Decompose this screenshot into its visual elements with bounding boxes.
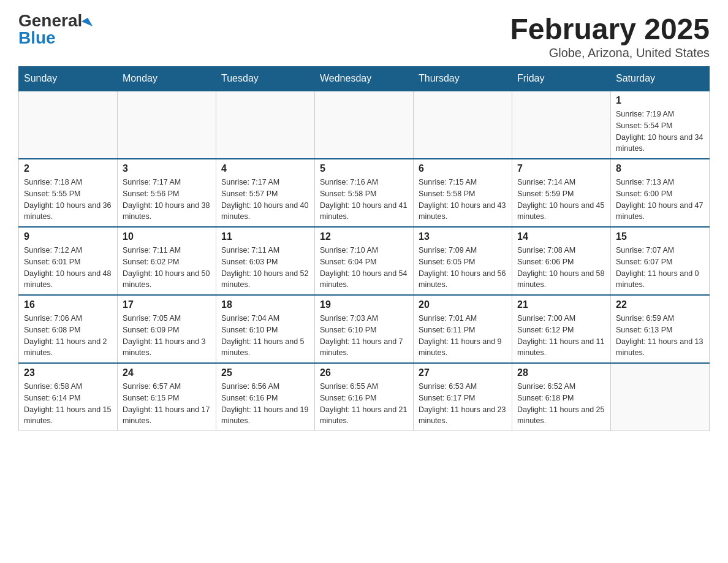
col-wednesday: Wednesday	[315, 67, 414, 91]
day-info: Sunrise: 7:06 AMSunset: 6:08 PMDaylight:…	[24, 313, 112, 359]
day-number: 7	[517, 163, 605, 174]
day-info: Sunrise: 6:53 AMSunset: 6:17 PMDaylight:…	[419, 381, 507, 427]
table-row: 24Sunrise: 6:57 AMSunset: 6:15 PMDayligh…	[118, 363, 216, 431]
calendar-week-row: 23Sunrise: 6:58 AMSunset: 6:14 PMDayligh…	[19, 363, 710, 431]
logo: General Blue	[18, 12, 91, 47]
day-number: 13	[419, 231, 507, 242]
day-number: 15	[616, 231, 704, 242]
day-info: Sunrise: 7:16 AMSunset: 5:58 PMDaylight:…	[320, 177, 408, 223]
table-row	[315, 91, 414, 159]
day-info: Sunrise: 7:10 AMSunset: 6:04 PMDaylight:…	[320, 245, 408, 291]
day-info: Sunrise: 7:12 AMSunset: 6:01 PMDaylight:…	[24, 245, 112, 291]
table-row	[216, 91, 315, 159]
day-number: 5	[320, 163, 408, 174]
title-block: February 2025 Globe, Arizona, United Sta…	[510, 12, 710, 60]
page-subtitle: Globe, Arizona, United States	[510, 46, 710, 60]
day-info: Sunrise: 7:04 AMSunset: 6:10 PMDaylight:…	[221, 313, 309, 359]
day-number: 19	[320, 299, 408, 310]
day-info: Sunrise: 7:15 AMSunset: 5:58 PMDaylight:…	[419, 177, 507, 223]
day-info: Sunrise: 7:07 AMSunset: 6:07 PMDaylight:…	[616, 245, 704, 291]
table-row	[414, 91, 512, 159]
day-number: 1	[616, 95, 704, 106]
col-tuesday: Tuesday	[216, 67, 315, 91]
table-row: 18Sunrise: 7:04 AMSunset: 6:10 PMDayligh…	[216, 295, 315, 363]
logo-top-line: General	[18, 12, 91, 29]
logo-arrow-icon	[82, 18, 93, 30]
calendar-table: Sunday Monday Tuesday Wednesday Thursday…	[18, 66, 710, 431]
day-number: 10	[123, 231, 211, 242]
page-header: General Blue February 2025 Globe, Arizon…	[18, 12, 710, 60]
day-info: Sunrise: 6:58 AMSunset: 6:14 PMDaylight:…	[24, 381, 112, 427]
day-number: 23	[24, 367, 112, 378]
table-row: 9Sunrise: 7:12 AMSunset: 6:01 PMDaylight…	[19, 227, 118, 295]
day-number: 22	[616, 299, 704, 310]
table-row: 4Sunrise: 7:17 AMSunset: 5:57 PMDaylight…	[216, 159, 315, 227]
day-info: Sunrise: 7:19 AMSunset: 5:54 PMDaylight:…	[616, 109, 704, 155]
logo-general-text: General	[18, 11, 82, 30]
day-number: 21	[517, 299, 605, 310]
table-row: 6Sunrise: 7:15 AMSunset: 5:58 PMDaylight…	[414, 159, 512, 227]
calendar-week-row: 1Sunrise: 7:19 AMSunset: 5:54 PMDaylight…	[19, 91, 710, 159]
day-number: 17	[123, 299, 211, 310]
day-number: 2	[24, 163, 112, 174]
day-info: Sunrise: 7:14 AMSunset: 5:59 PMDaylight:…	[517, 177, 605, 223]
table-row: 12Sunrise: 7:10 AMSunset: 6:04 PMDayligh…	[315, 227, 414, 295]
day-info: Sunrise: 7:17 AMSunset: 5:57 PMDaylight:…	[221, 177, 309, 223]
day-number: 16	[24, 299, 112, 310]
day-number: 26	[320, 367, 408, 378]
day-info: Sunrise: 6:56 AMSunset: 6:16 PMDaylight:…	[221, 381, 309, 427]
table-row: 26Sunrise: 6:55 AMSunset: 6:16 PMDayligh…	[315, 363, 414, 431]
calendar-week-row: 16Sunrise: 7:06 AMSunset: 6:08 PMDayligh…	[19, 295, 710, 363]
page-title: February 2025	[510, 12, 710, 46]
day-info: Sunrise: 6:57 AMSunset: 6:15 PMDaylight:…	[123, 381, 211, 427]
day-info: Sunrise: 7:01 AMSunset: 6:11 PMDaylight:…	[419, 313, 507, 359]
col-thursday: Thursday	[414, 67, 512, 91]
day-number: 28	[517, 367, 605, 378]
day-info: Sunrise: 6:52 AMSunset: 6:18 PMDaylight:…	[517, 381, 605, 427]
day-number: 25	[221, 367, 309, 378]
day-info: Sunrise: 6:55 AMSunset: 6:16 PMDaylight:…	[320, 381, 408, 427]
col-friday: Friday	[512, 67, 611, 91]
table-row	[512, 91, 611, 159]
day-number: 27	[419, 367, 507, 378]
table-row: 17Sunrise: 7:05 AMSunset: 6:09 PMDayligh…	[118, 295, 216, 363]
day-info: Sunrise: 7:18 AMSunset: 5:55 PMDaylight:…	[24, 177, 112, 223]
day-info: Sunrise: 7:11 AMSunset: 6:02 PMDaylight:…	[123, 245, 211, 291]
table-row: 15Sunrise: 7:07 AMSunset: 6:07 PMDayligh…	[611, 227, 710, 295]
day-number: 14	[517, 231, 605, 242]
table-row	[19, 91, 118, 159]
table-row	[118, 91, 216, 159]
table-row: 5Sunrise: 7:16 AMSunset: 5:58 PMDaylight…	[315, 159, 414, 227]
table-row: 13Sunrise: 7:09 AMSunset: 6:05 PMDayligh…	[414, 227, 512, 295]
table-row: 1Sunrise: 7:19 AMSunset: 5:54 PMDaylight…	[611, 91, 710, 159]
table-row: 19Sunrise: 7:03 AMSunset: 6:10 PMDayligh…	[315, 295, 414, 363]
table-row: 25Sunrise: 6:56 AMSunset: 6:16 PMDayligh…	[216, 363, 315, 431]
table-row: 22Sunrise: 6:59 AMSunset: 6:13 PMDayligh…	[611, 295, 710, 363]
day-info: Sunrise: 7:17 AMSunset: 5:56 PMDaylight:…	[123, 177, 211, 223]
day-number: 12	[320, 231, 408, 242]
table-row: 23Sunrise: 6:58 AMSunset: 6:14 PMDayligh…	[19, 363, 118, 431]
day-info: Sunrise: 7:08 AMSunset: 6:06 PMDaylight:…	[517, 245, 605, 291]
table-row: 27Sunrise: 6:53 AMSunset: 6:17 PMDayligh…	[414, 363, 512, 431]
table-row: 3Sunrise: 7:17 AMSunset: 5:56 PMDaylight…	[118, 159, 216, 227]
day-info: Sunrise: 7:13 AMSunset: 6:00 PMDaylight:…	[616, 177, 704, 223]
day-info: Sunrise: 7:03 AMSunset: 6:10 PMDaylight:…	[320, 313, 408, 359]
col-saturday: Saturday	[611, 67, 710, 91]
day-number: 3	[123, 163, 211, 174]
logo-blue-text: Blue	[18, 28, 56, 47]
table-row: 16Sunrise: 7:06 AMSunset: 6:08 PMDayligh…	[19, 295, 118, 363]
day-number: 20	[419, 299, 507, 310]
day-info: Sunrise: 7:09 AMSunset: 6:05 PMDaylight:…	[419, 245, 507, 291]
table-row: 7Sunrise: 7:14 AMSunset: 5:59 PMDaylight…	[512, 159, 611, 227]
table-row: 21Sunrise: 7:00 AMSunset: 6:12 PMDayligh…	[512, 295, 611, 363]
day-number: 4	[221, 163, 309, 174]
col-monday: Monday	[118, 67, 216, 91]
day-number: 9	[24, 231, 112, 242]
table-row: 20Sunrise: 7:01 AMSunset: 6:11 PMDayligh…	[414, 295, 512, 363]
table-row: 14Sunrise: 7:08 AMSunset: 6:06 PMDayligh…	[512, 227, 611, 295]
day-number: 6	[419, 163, 507, 174]
day-number: 11	[221, 231, 309, 242]
day-info: Sunrise: 7:11 AMSunset: 6:03 PMDaylight:…	[221, 245, 309, 291]
day-info: Sunrise: 7:05 AMSunset: 6:09 PMDaylight:…	[123, 313, 211, 359]
col-sunday: Sunday	[19, 67, 118, 91]
